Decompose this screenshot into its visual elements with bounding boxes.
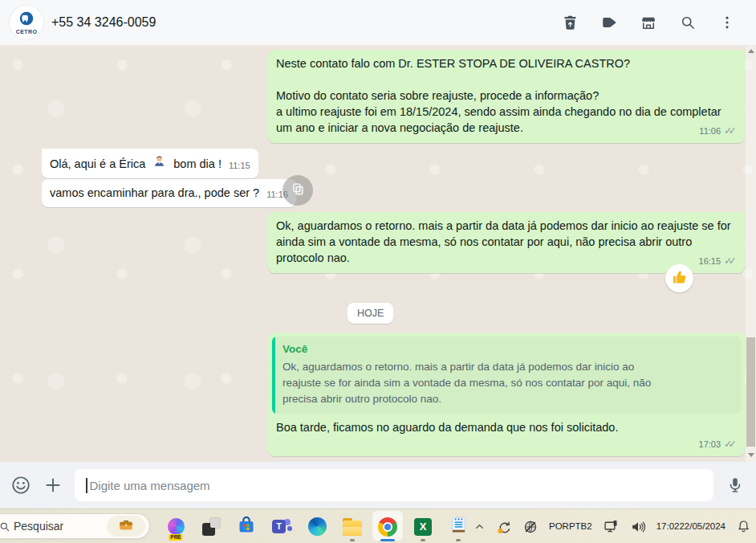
scrollbar-thumb[interactable]: [746, 337, 755, 447]
system-tray: POR PTB2 17:02 22/05/2024: [474, 509, 751, 543]
search-magnifier-icon: [0, 521, 10, 536]
taskbar-app-excel[interactable]: X: [412, 511, 434, 542]
mic-icon[interactable]: [725, 475, 746, 496]
clock[interactable]: 17:02 22/05/2024: [656, 521, 726, 532]
taskbar-app-teams[interactable]: T: [270, 511, 293, 542]
edge-icon: [308, 517, 327, 536]
taskbar-app-edge[interactable]: [306, 511, 328, 542]
taskbar-app-chrome[interactable]: [376, 511, 399, 542]
taskbar-app-file-explorer[interactable]: [341, 511, 364, 542]
trash-icon[interactable]: [561, 14, 579, 31]
input-placeholder: Digite uma mensagem: [90, 479, 210, 492]
taskbar-app-copilot[interactable]: PRE: [165, 511, 187, 542]
delivered-ticks-icon: [724, 123, 738, 139]
avatar-label: CETRO: [16, 29, 38, 35]
copilot-icon: [168, 518, 185, 535]
message-text: Ok, aguardamos o retorno. mais a partir …: [276, 219, 734, 264]
message-text: Neste contato falo com Dr. ESTER STOPA D…: [276, 57, 725, 134]
taskbar-apps: PRE T: [165, 511, 469, 542]
delivered-ticks-icon: [724, 253, 738, 269]
storefront-icon[interactable]: [640, 14, 657, 31]
copy-icon: [291, 182, 306, 200]
tray-date: 22/05/2024: [679, 521, 726, 532]
quoted-message[interactable]: Você Ok, aguardamos o retorno. mais a pa…: [272, 337, 741, 414]
message-composer: Digite uma mensagem: [0, 462, 756, 508]
scroll-up-arrow[interactable]: [748, 49, 754, 53]
scroll-down-arrow[interactable]: [748, 453, 754, 457]
message-meta: 11:06: [699, 123, 738, 139]
language-primary: POR: [549, 521, 569, 533]
no-internet-icon[interactable]: [522, 519, 539, 535]
message-outgoing-1[interactable]: Neste contato falo com Dr. ESTER STOPA D…: [268, 50, 745, 143]
text-caret: [86, 478, 87, 493]
chat-title[interactable]: +55 34 3246-0059: [51, 15, 156, 30]
thumbs-up-reaction[interactable]: [665, 264, 693, 292]
message-time: 11:15: [229, 157, 250, 174]
language-indicator[interactable]: POR PTB2: [549, 521, 592, 533]
language-secondary: PTB2: [569, 521, 592, 533]
tray-time: 17:02: [656, 521, 680, 532]
running-indicator: [456, 539, 461, 541]
message-text: vamos encaminhar para dra., pode ser ?: [50, 185, 259, 201]
tag-icon[interactable]: [600, 14, 618, 31]
delivered-ticks-icon: [724, 436, 738, 452]
taskbar-app-microsoft-store[interactable]: [235, 511, 258, 542]
quote-text: Ok, aguardamos o retorno. mais a partir …: [282, 359, 660, 407]
attach-plus-icon[interactable]: [43, 475, 63, 496]
notepad-icon: [449, 516, 468, 537]
hidden-icons-chevron[interactable]: [474, 521, 486, 533]
teams-icon: T: [272, 518, 291, 536]
taskbar-search[interactable]: Pesquisar: [0, 513, 150, 539]
briefcase-icon: [117, 516, 135, 537]
taskbar-app-notepad[interactable]: [447, 511, 469, 542]
widgets-icon: [202, 518, 220, 536]
sync-status-icon[interactable]: [496, 519, 512, 535]
whatsapp-window: CETRO +55 34 3246-0059 Neste contato fal…: [0, 0, 756, 543]
message-incoming-2[interactable]: vamos encaminhar para dra., pode ser ? 1…: [42, 179, 296, 207]
chat-header: CETRO +55 34 3246-0059: [0, 0, 756, 46]
connected-devices-icon[interactable]: [603, 518, 620, 535]
message-text: Boa tarde, ficamos no aguardo da demanda…: [276, 419, 737, 435]
file-explorer-icon: [343, 521, 362, 536]
microsoft-store-icon: [237, 516, 256, 538]
excel-icon: X: [414, 518, 432, 536]
message-incoming-1[interactable]: Olá, aqui é a Érica bom dia ! 11:15: [42, 149, 258, 178]
copy-message-button[interactable]: [282, 175, 313, 206]
notifications-bell-icon[interactable]: [736, 519, 751, 534]
emoji-icon[interactable]: [10, 475, 31, 496]
running-indicator: [421, 539, 425, 541]
taskbar-app-widgets[interactable]: [200, 511, 222, 542]
windows-taskbar: Pesquisar PRE: [0, 508, 756, 543]
search-icon[interactable]: [679, 14, 697, 31]
contact-avatar[interactable]: CETRO: [10, 6, 43, 39]
copilot-pre-badge: PRE: [169, 534, 182, 541]
chat-scrollbar[interactable]: [746, 46, 756, 462]
message-input[interactable]: Digite uma mensagem: [75, 469, 713, 501]
message-outgoing-3[interactable]: Você Ok, aguardamos o retorno. mais a pa…: [268, 333, 745, 456]
woman-office-worker-emoji: [152, 154, 166, 172]
search-placeholder: Pesquisar: [14, 520, 63, 533]
date-divider: HOJE: [348, 303, 393, 324]
message-outgoing-2[interactable]: Ok, aguardamos o retorno. mais a partir …: [268, 212, 745, 273]
thumbs-up-icon: [672, 269, 688, 288]
message-meta: 17:03: [699, 436, 738, 452]
message-time: 11:06: [699, 123, 721, 139]
message-time: 16:15: [699, 253, 721, 269]
active-running-indicator: [380, 539, 395, 541]
kebab-menu-icon[interactable]: [718, 14, 736, 31]
message-text: Olá, aqui é a Érica: [50, 156, 145, 172]
quote-author: Você: [282, 341, 660, 357]
chrome-icon: [378, 517, 397, 537]
message-text: bom dia !: [173, 156, 222, 172]
message-meta: 16:15: [699, 253, 738, 269]
message-time: 17:03: [699, 436, 721, 452]
running-indicator: [350, 539, 355, 541]
chat-area: Neste contato falo com Dr. ESTER STOPA D…: [0, 46, 756, 462]
volume-icon[interactable]: [630, 519, 646, 535]
search-highlight[interactable]: [107, 516, 145, 537]
header-actions: [561, 14, 736, 31]
